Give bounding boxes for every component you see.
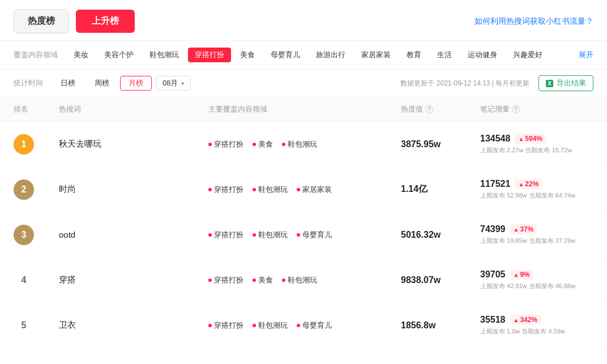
category-tab[interactable]: 穿搭打扮 bbox=[188, 48, 231, 62]
heat-value: 9838.07w bbox=[401, 275, 441, 285]
expand-button[interactable]: 展开 bbox=[579, 50, 593, 60]
category-tab[interactable]: 家居家装 bbox=[354, 48, 397, 62]
tag-label: 穿搭打扮 bbox=[214, 230, 243, 240]
category-tab[interactable]: 美食 bbox=[233, 48, 262, 62]
category-tab[interactable]: 兴趣爱好 bbox=[506, 48, 549, 62]
rank-badge: 2 bbox=[14, 179, 34, 200]
rank-cell: 4 bbox=[14, 275, 59, 285]
category-tab[interactable]: 生活 bbox=[430, 48, 459, 62]
tag-dot-icon bbox=[282, 143, 285, 146]
keyword-cell: 穿搭 bbox=[59, 275, 208, 285]
tag-label: 鞋包潮玩 bbox=[258, 320, 288, 331]
table-body: 1秋天去哪玩穿搭打扮美食鞋包潮玩3875.95w134548▲594%上期发布 … bbox=[0, 122, 607, 348]
keyword-text[interactable]: ootd bbox=[59, 230, 75, 239]
domain-tag: 鞋包潮玩 bbox=[282, 275, 317, 285]
notes-section: 74399▲37%上期发布 19.85w 当期发布 27.29w bbox=[480, 224, 575, 245]
time-tab[interactable]: 周榜 bbox=[86, 76, 118, 91]
hot-ranking-button[interactable]: 热度榜 bbox=[14, 9, 69, 33]
rising-ranking-button[interactable]: 上升榜 bbox=[76, 10, 135, 33]
header: 热度榜 上升榜 如何利用热搜词获取小红书流量？ bbox=[0, 0, 607, 41]
keyword-cell: 时尚 bbox=[59, 184, 208, 195]
heat-value: 5016.32w bbox=[401, 230, 441, 240]
rank-badge: 1 bbox=[14, 134, 34, 155]
tag-label: 鞋包潮玩 bbox=[258, 230, 288, 240]
keyword-cell: 卫衣 bbox=[59, 320, 208, 331]
export-label: 导出结果 bbox=[557, 78, 586, 88]
table-header: 排名 热搜词 主要覆盖内容领域 热度值 ? 笔记增量 ? bbox=[0, 97, 607, 122]
domain-tag: 美食 bbox=[253, 275, 273, 285]
category-tab[interactable]: 美容个护 bbox=[97, 48, 140, 62]
arrow-up-icon: ▲ bbox=[518, 181, 524, 187]
category-row: 覆盖内容领域 美妆美容个护鞋包潮玩穿搭打扮美食母婴育儿旅游出行家居家装教育生活运… bbox=[0, 41, 607, 70]
heat-cell: 1.14亿 bbox=[401, 183, 480, 195]
heat-help-icon[interactable]: ? bbox=[425, 105, 433, 113]
keyword-cell: ootd bbox=[59, 230, 208, 239]
notes-cell: 39705▲9%上期发布 42.91w 当期发布 46.88w bbox=[480, 269, 593, 290]
category-tab[interactable]: 鞋包潮玩 bbox=[143, 48, 186, 62]
tag-dot-icon bbox=[253, 143, 256, 146]
chevron-down-icon: ▾ bbox=[181, 80, 185, 87]
keyword-text[interactable]: 卫衣 bbox=[59, 320, 76, 329]
notes-badge: ▲37% bbox=[510, 224, 537, 234]
excel-icon: X bbox=[546, 80, 553, 87]
table-row: 3ootd穿搭打扮鞋包潮玩母婴育儿5016.32w74399▲37%上期发布 1… bbox=[0, 212, 607, 258]
arrow-up-icon: ▲ bbox=[514, 317, 519, 323]
rank-cell: 5 bbox=[14, 320, 59, 331]
time-row: 统计时间 日榜周榜月榜 08月 ▾ 数据更新于 2021-09-12 14:13… bbox=[0, 70, 607, 97]
notes-badge: ▲594% bbox=[515, 134, 546, 144]
domain-tag: 穿搭打扮 bbox=[208, 139, 243, 149]
heat-cell: 3875.95w bbox=[401, 139, 480, 149]
time-tabs: 日榜周榜月榜 bbox=[52, 76, 152, 91]
notes-cell: 35518▲342%上期发布 1.0w 当期发布 4.59w bbox=[480, 315, 593, 336]
heat-value: 1.14亿 bbox=[401, 183, 428, 195]
update-info: 数据更新于 2021-09-12 14:13 | 每月初更新 bbox=[400, 79, 529, 88]
category-tab[interactable]: 教育 bbox=[400, 48, 428, 62]
category-tab[interactable]: 旅游出行 bbox=[309, 48, 352, 62]
tag-label: 家居家装 bbox=[302, 185, 332, 195]
domain-tag: 母婴育儿 bbox=[297, 320, 332, 331]
notes-cell: 117521▲22%上期发布 52.98w 当期发布 64.74w bbox=[480, 179, 593, 200]
notes-main: 117521▲22% bbox=[480, 179, 575, 189]
tag-label: 穿搭打扮 bbox=[214, 320, 243, 331]
domain-cell: 穿搭打扮鞋包潮玩母婴育儿 bbox=[208, 320, 401, 331]
category-tab[interactable]: 母婴育儿 bbox=[264, 48, 307, 62]
notes-percent: 594% bbox=[525, 135, 542, 143]
rank-badge: 3 bbox=[14, 225, 34, 245]
notes-badge: ▲9% bbox=[510, 269, 533, 280]
month-selector[interactable]: 08月 ▾ bbox=[156, 76, 191, 91]
category-tab[interactable]: 美妆 bbox=[67, 48, 95, 62]
month-value: 08月 bbox=[163, 78, 178, 88]
tag-dot-icon bbox=[253, 324, 256, 327]
tag-dot-icon bbox=[253, 188, 256, 191]
time-tab[interactable]: 日榜 bbox=[52, 76, 84, 91]
notes-section: 35518▲342%上期发布 1.0w 当期发布 4.59w bbox=[480, 315, 565, 336]
domain-tag: 鞋包潮玩 bbox=[253, 230, 288, 240]
tag-dot-icon bbox=[208, 143, 212, 146]
keyword-text[interactable]: 穿搭 bbox=[59, 275, 76, 284]
heat-value: 1856.8w bbox=[401, 320, 435, 331]
notes-sub: 上期发布 19.85w 当期发布 27.29w bbox=[480, 237, 575, 245]
rank-cell: 3 bbox=[14, 225, 59, 245]
export-button[interactable]: X 导出结果 bbox=[538, 75, 593, 91]
help-link[interactable]: 如何利用热搜词获取小红书流量？ bbox=[475, 16, 593, 27]
time-tab[interactable]: 月榜 bbox=[120, 76, 152, 91]
category-label: 覆盖内容领域 bbox=[14, 50, 58, 60]
notes-sub: 上期发布 52.98w 当期发布 64.74w bbox=[480, 191, 575, 200]
header-left: 热度榜 上升榜 bbox=[14, 9, 135, 33]
tag-dot-icon bbox=[282, 279, 285, 282]
tag-label: 鞋包潮玩 bbox=[288, 139, 317, 149]
category-tab[interactable]: 运动健身 bbox=[461, 48, 504, 62]
domain-tag: 美食 bbox=[253, 139, 273, 149]
tag-dot-icon bbox=[208, 279, 212, 282]
domain-tag: 穿搭打扮 bbox=[208, 230, 243, 240]
tag-label: 穿搭打扮 bbox=[214, 185, 243, 195]
tag-dot-icon bbox=[297, 233, 300, 237]
notes-help-icon[interactable]: ? bbox=[512, 105, 520, 113]
arrow-up-icon: ▲ bbox=[514, 226, 519, 233]
keyword-text[interactable]: 时尚 bbox=[59, 184, 76, 194]
notes-count: 35518 bbox=[480, 315, 506, 325]
notes-main: 134548▲594% bbox=[480, 134, 572, 144]
table-row: 5卫衣穿搭打扮鞋包潮玩母婴育儿1856.8w35518▲342%上期发布 1.0… bbox=[0, 303, 607, 348]
keyword-text[interactable]: 秋天去哪玩 bbox=[59, 139, 101, 148]
arrow-up-icon: ▲ bbox=[518, 136, 524, 142]
